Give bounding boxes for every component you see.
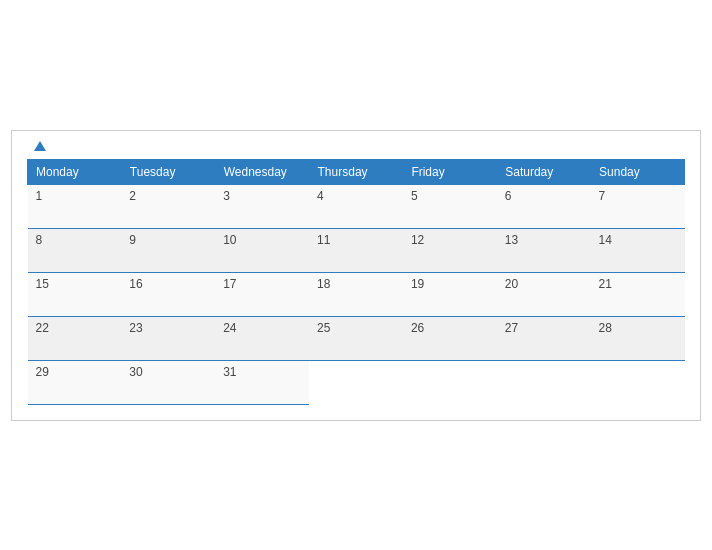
calendar-container: MondayTuesdayWednesdayThursdayFridaySatu… [11, 130, 701, 421]
day-cell: 2 [121, 184, 215, 228]
day-number: 10 [223, 233, 236, 247]
day-cell: 18 [309, 272, 403, 316]
day-number: 20 [505, 277, 518, 291]
day-cell: 1 [28, 184, 122, 228]
day-number: 28 [599, 321, 612, 335]
day-cell: 15 [28, 272, 122, 316]
logo-triangle-icon [34, 141, 46, 151]
week-row-5: 293031 [28, 360, 685, 404]
weekday-header-friday: Friday [403, 159, 497, 184]
day-cell: 23 [121, 316, 215, 360]
day-number: 25 [317, 321, 330, 335]
day-cell: 31 [215, 360, 309, 404]
day-number: 17 [223, 277, 236, 291]
day-number: 3 [223, 189, 230, 203]
day-cell: 6 [497, 184, 591, 228]
day-cell: 13 [497, 228, 591, 272]
day-cell: 21 [591, 272, 685, 316]
day-cell: 26 [403, 316, 497, 360]
day-cell: 9 [121, 228, 215, 272]
day-number: 6 [505, 189, 512, 203]
day-number: 26 [411, 321, 424, 335]
day-number: 12 [411, 233, 424, 247]
day-cell: 22 [28, 316, 122, 360]
day-number: 7 [599, 189, 606, 203]
day-cell: 30 [121, 360, 215, 404]
day-cell: 11 [309, 228, 403, 272]
day-number: 22 [36, 321, 49, 335]
day-cell: 4 [309, 184, 403, 228]
day-number: 23 [129, 321, 142, 335]
day-cell: 12 [403, 228, 497, 272]
day-number: 19 [411, 277, 424, 291]
day-number: 9 [129, 233, 136, 247]
day-number: 29 [36, 365, 49, 379]
day-number: 2 [129, 189, 136, 203]
day-cell: 3 [215, 184, 309, 228]
weekday-header-wednesday: Wednesday [215, 159, 309, 184]
day-cell: 14 [591, 228, 685, 272]
day-number: 4 [317, 189, 324, 203]
day-cell: 17 [215, 272, 309, 316]
weekday-header-tuesday: Tuesday [121, 159, 215, 184]
day-cell: 28 [591, 316, 685, 360]
weekday-header-monday: Monday [28, 159, 122, 184]
day-cell: 29 [28, 360, 122, 404]
day-cell: 16 [121, 272, 215, 316]
day-cell: 10 [215, 228, 309, 272]
day-cell: 8 [28, 228, 122, 272]
day-number: 16 [129, 277, 142, 291]
day-cell: 20 [497, 272, 591, 316]
weekday-header-sunday: Sunday [591, 159, 685, 184]
day-number: 1 [36, 189, 43, 203]
day-number: 21 [599, 277, 612, 291]
day-number: 11 [317, 233, 330, 247]
week-row-1: 1234567 [28, 184, 685, 228]
week-row-2: 891011121314 [28, 228, 685, 272]
weekday-header-row: MondayTuesdayWednesdayThursdayFridaySatu… [28, 159, 685, 184]
day-cell: 27 [497, 316, 591, 360]
day-cell: 5 [403, 184, 497, 228]
day-cell [591, 360, 685, 404]
week-row-4: 22232425262728 [28, 316, 685, 360]
day-cell: 19 [403, 272, 497, 316]
day-number: 24 [223, 321, 236, 335]
day-number: 13 [505, 233, 518, 247]
day-number: 30 [129, 365, 142, 379]
day-cell: 25 [309, 316, 403, 360]
calendar-grid: MondayTuesdayWednesdayThursdayFridaySatu… [27, 159, 685, 405]
day-cell [309, 360, 403, 404]
day-number: 15 [36, 277, 49, 291]
day-cell [497, 360, 591, 404]
day-number: 18 [317, 277, 330, 291]
calendar-header [27, 141, 685, 151]
weekday-header-thursday: Thursday [309, 159, 403, 184]
day-cell: 24 [215, 316, 309, 360]
day-cell [403, 360, 497, 404]
day-number: 8 [36, 233, 43, 247]
day-number: 27 [505, 321, 518, 335]
week-row-3: 15161718192021 [28, 272, 685, 316]
weekday-header-saturday: Saturday [497, 159, 591, 184]
logo [32, 141, 46, 151]
day-cell: 7 [591, 184, 685, 228]
day-number: 5 [411, 189, 418, 203]
day-number: 14 [599, 233, 612, 247]
day-number: 31 [223, 365, 236, 379]
